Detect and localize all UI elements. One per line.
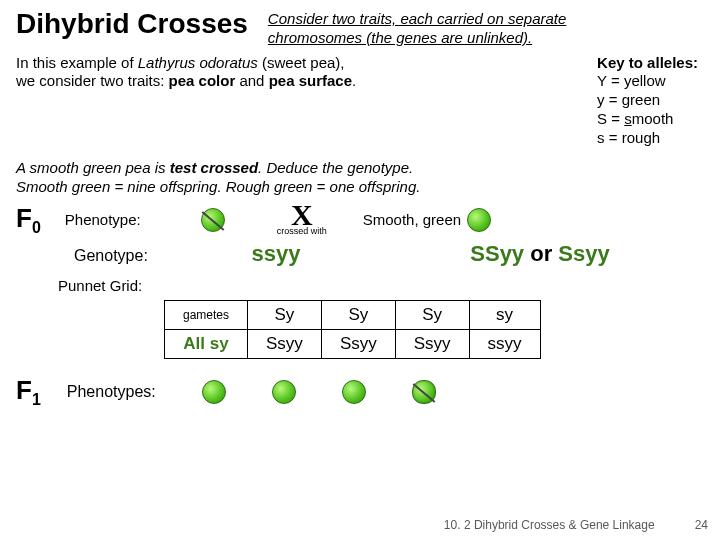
pea-rough-icon: [412, 380, 436, 404]
allele-key: Key to alleles: Y = yellow y = green S =…: [597, 54, 704, 148]
punnett-grid: gametes Sy Sy Sy sy All sy Ssyy Ssyy Ssy…: [164, 300, 541, 359]
grid-label: Punnet Grid:: [16, 277, 704, 294]
footer: 10. 2 Dihybrid Crosses & Gene Linkage 24: [444, 518, 708, 532]
deduce-text: A smooth green pea is test crossed. Dedu…: [16, 159, 704, 197]
f1-label: F1: [16, 375, 41, 409]
f0-label: F0: [16, 203, 41, 237]
pea-icon: [467, 208, 491, 232]
pea-icon: [202, 380, 226, 404]
pea-icon: [342, 380, 366, 404]
pea-icon: [201, 208, 225, 232]
intro-text: In this example of Lathyrus odoratus (sw…: [16, 54, 356, 148]
pea-icon: [272, 380, 296, 404]
genotype-label: Genotype:: [16, 247, 202, 265]
cross-icon: X crossed with: [277, 203, 327, 236]
subtitle: Consider two traits, each carried on sep…: [268, 8, 566, 48]
genotype-left: ssyy: [202, 241, 350, 267]
page-title: Dihybrid Crosses: [16, 8, 248, 40]
phenotype-right: Smooth, green: [363, 211, 461, 228]
genotype-right: SSyy or Ssyy: [420, 241, 660, 267]
f1-phenotypes-label: Phenotypes:: [67, 383, 156, 401]
phenotype-label: Phenotype:: [65, 211, 141, 228]
